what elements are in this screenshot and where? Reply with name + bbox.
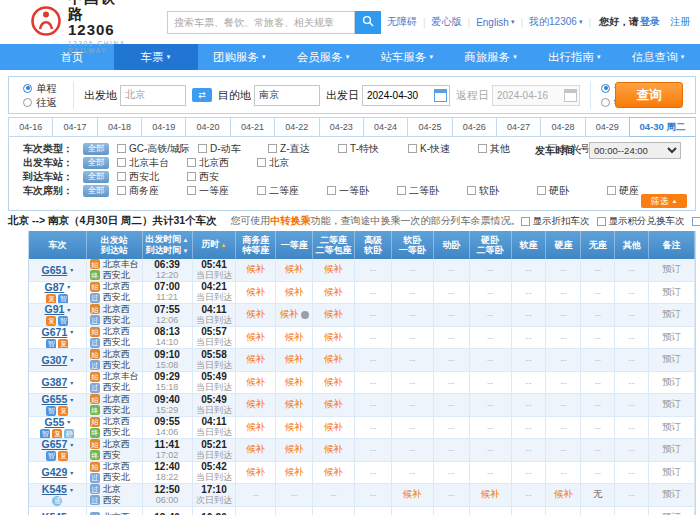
filter-option[interactable]: K-快速 [408,142,470,156]
waitlist-link[interactable]: 候补 [246,421,265,434]
filter-all-button[interactable]: 全部 [83,143,109,155]
book-button[interactable]: 预订 [662,488,681,501]
date-tab-04-26[interactable]: 04-26 [452,117,496,137]
filter-all-button[interactable]: 全部 [83,185,109,197]
filter-option[interactable]: 商务座 [117,184,179,198]
waitlist-link[interactable]: 候补 [554,488,573,501]
nav-item-8[interactable]: 信息查询▾ [616,44,700,70]
train-link[interactable]: G91 [44,304,64,315]
chevron-down-icon[interactable]: ▾ [70,469,73,476]
chevron-down-icon[interactable]: ▾ [67,306,70,313]
train-link[interactable]: G671 [42,327,68,338]
date-tab-active[interactable]: 04-30 周二 [629,117,696,137]
waitlist-link[interactable]: 候补 [285,421,304,434]
date-tab-04-27[interactable]: 04-27 [496,117,540,137]
top-link-2[interactable]: 爱心版 [426,15,468,29]
filter-option[interactable]: 北京 [257,156,319,170]
trip-type-radio-1[interactable]: 单程 [23,82,57,94]
filter-option[interactable]: 一等卧 [327,184,389,198]
filter-option[interactable]: 二等卧 [397,184,459,198]
display-filter-checkbox-2[interactable]: 显示积分兑换车次 [597,215,685,228]
book-button[interactable]: 预订 [662,353,681,366]
waitlist-link[interactable]: 候补 [285,376,304,389]
chevron-down-icon[interactable]: ▾ [70,486,73,493]
waitlist-link[interactable]: 候补 [324,443,343,456]
filter-option[interactable]: D-动车 [198,142,260,156]
train-link[interactable]: G387 [42,376,68,388]
waitlist-link[interactable]: 候补 [324,353,343,366]
waitlist-link[interactable]: 候补 [285,398,304,411]
train-link[interactable]: K545 [42,511,67,515]
waitlist-link[interactable]: 候补 [285,466,304,479]
login-link[interactable]: 登录 [640,15,660,29]
waitlist-link[interactable]: 候补 [324,286,343,299]
book-button[interactable]: 预订 [662,443,681,456]
waitlist-link[interactable]: 候补 [246,443,265,456]
waitlist-link[interactable]: 候补 [280,308,299,321]
display-filter-checkbox-3[interactable]: 显示全部可预订车次 [692,215,700,228]
book-button[interactable]: 预订 [662,511,681,515]
waitlist-link[interactable]: 候补 [403,488,422,501]
filter-option[interactable]: 其他 [478,142,540,156]
date-tab-04-21[interactable]: 04-21 [230,117,274,137]
chevron-down-icon[interactable]: ▾ [70,356,73,363]
chevron-down-icon[interactable]: ▾ [70,379,73,386]
book-button[interactable]: 预订 [662,263,681,276]
waitlist-link[interactable]: 候补 [324,331,343,344]
filter-option[interactable]: GC-高铁/城际 [117,142,190,156]
transfer-link[interactable]: 中转换乘 [271,215,311,226]
waitlist-link[interactable]: 候补 [324,376,343,389]
date-tab-04-19[interactable]: 04-19 [141,117,185,137]
depart-time-select[interactable]: 00:00--24:00 [589,142,681,159]
train-link[interactable]: G651 [42,264,68,276]
book-button[interactable]: 预订 [662,331,681,344]
train-link[interactable]: G307 [42,354,68,366]
filter-option[interactable]: 硬卧 [537,184,599,198]
calendar-icon[interactable] [434,89,447,102]
book-button[interactable]: 预订 [662,286,681,299]
train-link[interactable]: G657 [42,439,68,450]
date-tab-04-25[interactable]: 04-25 [407,117,451,137]
display-filter-checkbox-1[interactable]: 显示折扣车次 [521,215,590,228]
nav-item-3[interactable]: 团购服务▾ [198,44,282,70]
nav-item-2[interactable]: 车票▾ [114,44,198,70]
train-link[interactable]: K545 [42,484,67,495]
waitlist-link[interactable]: 候补 [246,466,265,479]
nav-item-6[interactable]: 商旅服务▾ [449,44,533,70]
to-input[interactable] [254,85,320,106]
nav-item-1[interactable]: 首页 [30,44,114,70]
trip-type-radio-2[interactable]: 往返 [23,96,57,108]
waitlist-link[interactable]: 候补 [324,263,343,276]
waitlist-link[interactable]: 候补 [285,331,304,344]
date-tab-04-18[interactable]: 04-18 [97,117,141,137]
waitlist-link[interactable]: 候补 [324,308,343,321]
book-button[interactable]: 预订 [662,421,681,434]
waitlist-link[interactable]: 候补 [246,353,265,366]
book-button[interactable]: 预订 [662,308,681,321]
waitlist-link[interactable]: 候补 [285,263,304,276]
filter-option[interactable]: 西安 [187,170,249,184]
chevron-down-icon[interactable]: ▾ [70,441,73,448]
chevron-down-icon[interactable]: ▾ [67,418,70,425]
date-tab-04-17[interactable]: 04-17 [52,117,96,137]
top-link-3[interactable]: English▾ [470,17,520,28]
waitlist-link[interactable]: 候补 [324,421,343,434]
date-tab-04-29[interactable]: 04-29 [585,117,629,137]
register-link[interactable]: 注册 [670,15,690,29]
from-input[interactable] [120,85,186,106]
train-link[interactable]: G655 [42,394,68,405]
waitlist-link[interactable]: 候补 [246,308,265,321]
waitlist-link[interactable]: 候补 [246,331,265,344]
book-button[interactable]: 预订 [662,376,681,389]
date-tab-04-24[interactable]: 04-24 [363,117,407,137]
waitlist-link[interactable]: 候补 [324,466,343,479]
book-button[interactable]: 预订 [662,398,681,411]
date-tab-04-20[interactable]: 04-20 [185,117,229,137]
col-header-3[interactable]: 出发时间▲到达时间▼ [143,231,193,259]
date-tab-04-22[interactable]: 04-22 [274,117,318,137]
nav-item-7[interactable]: 出行指南▾ [533,44,617,70]
search-button[interactable] [355,11,381,34]
filter-option[interactable]: 西安北 [117,170,179,184]
waitlist-link[interactable]: 候补 [246,376,265,389]
waitlist-link[interactable]: 候补 [246,263,265,276]
